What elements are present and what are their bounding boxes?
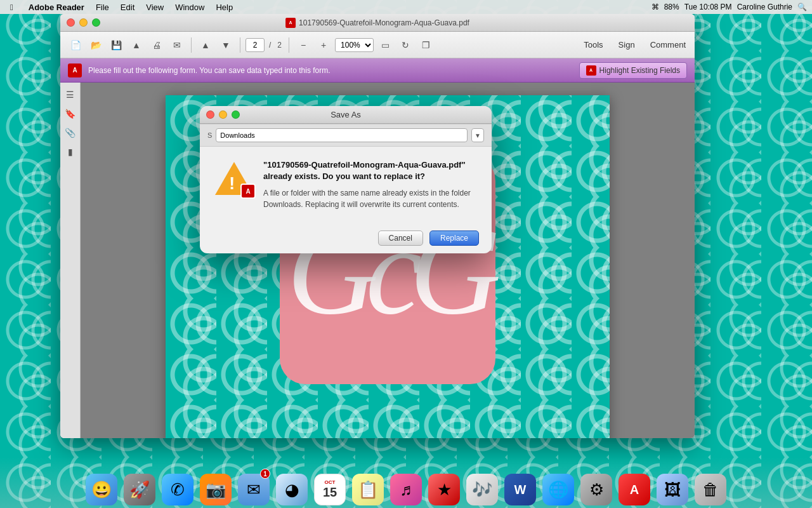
dock-launchpad[interactable]: 🚀 bbox=[122, 470, 157, 505]
notes-icon: 📋 bbox=[352, 474, 384, 505]
dock-appstore[interactable]: ✆ bbox=[160, 470, 195, 505]
menu-window[interactable]: Window bbox=[170, 0, 209, 14]
battery-indicator: 88% bbox=[664, 3, 679, 11]
globe-icon: 🌐 bbox=[542, 474, 574, 505]
menu-view[interactable]: View bbox=[141, 0, 169, 14]
menubar-right: ⌘ 88% Tue 10:08 PM Caroline Guthrie 🔍 bbox=[652, 3, 807, 11]
dialog-minimize-button[interactable] bbox=[219, 110, 227, 119]
dialog-buttons: Cancel Replace bbox=[200, 223, 492, 253]
dock-itunes[interactable]: ♬ bbox=[388, 470, 424, 505]
dock-preview[interactable]: 🖼 bbox=[655, 470, 690, 505]
dialog-filename-input[interactable] bbox=[216, 128, 468, 142]
menu-app-name[interactable]: Adobe Reader bbox=[23, 0, 89, 14]
dock: 😀 🚀 ✆ 📷 ✉ 1 ◕ OCT 15 📋 ♬ bbox=[0, 457, 812, 508]
menu-file[interactable]: File bbox=[91, 0, 114, 14]
dock-globe[interactable]: 🌐 bbox=[540, 470, 576, 505]
photos2-icon: ★ bbox=[428, 474, 460, 505]
desktop:  Adobe Reader File Edit View Window Hel… bbox=[0, 0, 812, 508]
syspref-icon: ⚙ bbox=[580, 474, 612, 505]
dock-acrobat[interactable]: A bbox=[617, 470, 652, 505]
save-as-dialog: Save As S ▼ A "10179 bbox=[200, 106, 492, 253]
replace-button[interactable]: Replace bbox=[429, 231, 479, 246]
menu-edit[interactable]: Edit bbox=[115, 0, 140, 14]
garageband-icon: 🎶 bbox=[466, 474, 498, 505]
dialog-overlay: Save As S ▼ A "10179 bbox=[60, 14, 695, 438]
adobe-icon-overlay: A bbox=[240, 184, 256, 199]
dialog-path-bar: S ▼ bbox=[200, 124, 492, 147]
dialog-content: A "101790569-Quatrefoil-Monogram-Aqua-Gu… bbox=[200, 147, 492, 223]
reader-window: A 101790569-Quatrefoil-Monogram-Aqua-Gua… bbox=[60, 14, 695, 438]
dock-trash[interactable]: 🗑 bbox=[693, 470, 728, 505]
dialog-path-label: S bbox=[207, 131, 212, 139]
dock-garageband[interactable]: 🎶 bbox=[464, 470, 500, 505]
cancel-button[interactable]: Cancel bbox=[378, 231, 423, 246]
dock-safari[interactable]: ◕ bbox=[274, 470, 310, 505]
warning-icon: A bbox=[215, 159, 253, 197]
dialog-window-controls bbox=[206, 110, 240, 119]
dock-syspref[interactable]: ⚙ bbox=[579, 470, 614, 505]
itunes-icon: ♬ bbox=[390, 474, 422, 505]
dialog-path-dropdown[interactable]: ▼ bbox=[471, 128, 484, 142]
clock: Tue 10:08 PM bbox=[684, 3, 732, 11]
dialog-title: Save As bbox=[331, 110, 361, 119]
dock-word[interactable]: W bbox=[502, 470, 538, 505]
appstore-icon: ✆ bbox=[162, 474, 193, 505]
calendar-icon: OCT 15 bbox=[314, 474, 346, 505]
acrobat-icon: A bbox=[619, 474, 650, 505]
trash-icon: 🗑 bbox=[695, 474, 726, 505]
search-icon[interactable]: 🔍 bbox=[797, 3, 807, 11]
dialog-titlebar: Save As bbox=[200, 106, 492, 124]
mail-badge: 1 bbox=[260, 469, 270, 479]
dialog-maximize-button[interactable] bbox=[232, 110, 240, 119]
apple-menu[interactable]:  bbox=[5, 0, 18, 14]
dock-mail[interactable]: ✉ 1 bbox=[236, 470, 272, 505]
launchpad-icon: 🚀 bbox=[124, 474, 155, 505]
dock-notes[interactable]: 📋 bbox=[350, 470, 386, 505]
safari-icon: ◕ bbox=[276, 474, 308, 505]
dock-finder[interactable]: 😀 bbox=[84, 470, 119, 505]
word-icon: W bbox=[504, 474, 536, 505]
finder-icon: 😀 bbox=[86, 474, 117, 505]
photos-icon: 📷 bbox=[200, 474, 232, 505]
dialog-close-button[interactable] bbox=[206, 110, 214, 119]
menubar:  Adobe Reader File Edit View Window Hel… bbox=[0, 0, 812, 14]
dock-calendar[interactable]: OCT 15 bbox=[312, 470, 348, 505]
dock-photos2[interactable]: ★ bbox=[426, 470, 462, 505]
dialog-body-message: A file or folder with the same name alre… bbox=[263, 187, 476, 210]
preview-icon: 🖼 bbox=[657, 474, 688, 505]
dock-photos[interactable]: 📷 bbox=[198, 470, 233, 505]
dialog-title-message: "101790569-Quatrefoil-Monogram-Aqua-Guav… bbox=[263, 159, 476, 182]
dialog-message-area: "101790569-Quatrefoil-Monogram-Aqua-Guav… bbox=[263, 159, 476, 210]
username[interactable]: Caroline Guthrie bbox=[737, 3, 792, 11]
wifi-icon[interactable]: ⌘ bbox=[652, 3, 659, 11]
menu-help[interactable]: Help bbox=[211, 0, 238, 14]
